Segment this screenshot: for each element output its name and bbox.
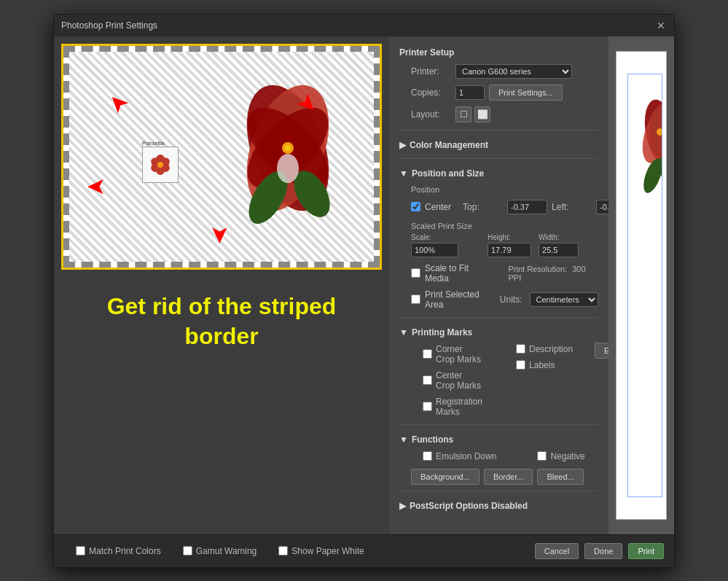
chevron-down-func-icon: ▼ bbox=[399, 434, 408, 445]
width-label: Width: bbox=[539, 233, 579, 241]
scale-label: Scale: bbox=[411, 233, 458, 241]
color-management-label: Color Management bbox=[410, 140, 488, 150]
center-crop-label: Center Crop Marks bbox=[436, 370, 482, 391]
right-panel: Printer Setup Printer: Canon G600 series… bbox=[389, 36, 608, 534]
chevron-down-marks-icon: ▼ bbox=[399, 327, 408, 338]
show-paper-white-label: Show Paper White bbox=[291, 546, 364, 556]
bottom-right-buttons: Cancel Done Print bbox=[535, 543, 664, 559]
cancel-button[interactable]: Cancel bbox=[535, 543, 579, 559]
printer-select[interactable]: Canon G600 series bbox=[455, 64, 572, 79]
show-paper-white-row: Show Paper White bbox=[267, 545, 364, 558]
description-checkbox[interactable] bbox=[516, 344, 525, 354]
description-label: Description bbox=[529, 344, 573, 354]
corner-crop-checkbox[interactable] bbox=[423, 349, 432, 359]
gamut-warning-row: Gamut Warning bbox=[171, 545, 257, 558]
center-crop-row: Center Crop Marks bbox=[411, 369, 482, 392]
print-button[interactable]: Print bbox=[628, 543, 664, 559]
match-print-colors-checkbox[interactable] bbox=[76, 546, 85, 555]
color-management-header[interactable]: ▶ Color Management bbox=[399, 136, 598, 152]
scale-to-fit-label: Scale to Fit Media bbox=[425, 263, 493, 284]
done-button[interactable]: Done bbox=[584, 543, 622, 559]
printer-row: Printer: Canon G600 series bbox=[399, 63, 598, 80]
close-button[interactable]: ✕ bbox=[655, 20, 667, 31]
border-button[interactable]: Border... bbox=[484, 469, 533, 485]
registration-marks-label: Registration Marks bbox=[436, 397, 482, 417]
thumbnail-label: Poinsettia bbox=[142, 141, 165, 146]
photoshop-print-dialog: Photoshop Print Settings ✕ bbox=[53, 14, 675, 568]
copies-row: Copies: Print Settings... bbox=[399, 83, 598, 102]
arrow-left: ➤ bbox=[87, 176, 104, 200]
height-label: Height: bbox=[488, 233, 531, 241]
print-selected-area-checkbox[interactable] bbox=[411, 295, 420, 304]
negative-checkbox[interactable] bbox=[537, 451, 547, 461]
position-label-row: Position bbox=[399, 184, 598, 195]
functions-header[interactable]: ▼ Functions bbox=[399, 431, 598, 447]
bleed-button[interactable]: Bleed... bbox=[537, 469, 583, 485]
position-size-header[interactable]: ▼ Position and Size bbox=[399, 165, 598, 181]
height-input[interactable] bbox=[488, 243, 531, 257]
bottom-bar: Match Print Colors Gamut Warning Show Pa… bbox=[54, 534, 674, 567]
center-label: Center bbox=[425, 202, 451, 212]
print-resolution-label: Print Resolution: 300 PPI bbox=[508, 265, 598, 282]
labels-label: Labels bbox=[529, 360, 555, 370]
image-thumbnail bbox=[142, 147, 179, 183]
left-panel: Poinsettia bbox=[54, 36, 389, 534]
postscript-header[interactable]: ▶ PostScript Options Disabled bbox=[399, 497, 598, 513]
paper-preview-flower bbox=[627, 74, 662, 219]
match-print-colors-row: Match Print Colors bbox=[64, 545, 161, 558]
show-paper-white-checkbox[interactable] bbox=[278, 546, 288, 555]
paper-sheet bbox=[616, 51, 667, 520]
chevron-right-icon: ▶ bbox=[399, 140, 406, 150]
position-sublabel: Position bbox=[411, 185, 439, 194]
corner-crop-label: Corner Crop Marks bbox=[436, 344, 482, 364]
registration-marks-checkbox[interactable] bbox=[423, 402, 432, 411]
layout-icons-group: ☐ ⬜ bbox=[455, 106, 490, 122]
center-checkbox[interactable] bbox=[411, 202, 420, 211]
gamut-warning-checkbox[interactable] bbox=[183, 546, 192, 555]
scale-fit-row: Scale to Fit Media Print Resolution: 300… bbox=[399, 260, 598, 285]
svg-point-13 bbox=[277, 154, 299, 183]
width-input[interactable] bbox=[539, 243, 579, 257]
functions-checkboxes-row: Emulsion Down Negative bbox=[399, 450, 598, 463]
negative-label: Negative bbox=[550, 451, 584, 461]
paper-content bbox=[627, 74, 662, 497]
print-selected-area-row: Print Selected Area Units: Centimeters bbox=[399, 288, 598, 311]
dialog-title: Photoshop Print Settings bbox=[61, 20, 157, 31]
flower-illustration bbox=[210, 66, 367, 230]
emulsion-down-row: Emulsion Down bbox=[411, 450, 496, 463]
position-size-label: Position and Size bbox=[412, 168, 484, 179]
labels-checkbox[interactable] bbox=[516, 360, 525, 370]
left-label: Left: bbox=[552, 202, 592, 212]
edit-button[interactable]: Edit... bbox=[595, 343, 608, 359]
emulsion-down-checkbox[interactable] bbox=[423, 451, 432, 461]
print-settings-button[interactable]: Print Settings... bbox=[489, 85, 563, 101]
printer-label: Printer: bbox=[411, 66, 451, 77]
printing-marks-header[interactable]: ▼ Printing Marks bbox=[399, 324, 598, 340]
layout-portrait-icon[interactable]: ☐ bbox=[455, 106, 471, 122]
units-select[interactable]: Centimeters bbox=[530, 292, 599, 307]
units-label: Units: bbox=[500, 295, 522, 305]
background-button[interactable]: Background... bbox=[411, 469, 480, 485]
title-bar: Photoshop Print Settings ✕ bbox=[54, 15, 674, 36]
left-input[interactable] bbox=[596, 200, 608, 214]
paper-preview-panel bbox=[608, 36, 674, 534]
scaled-print-label: Scaled Print Size bbox=[399, 219, 598, 230]
top-label: Top: bbox=[463, 202, 503, 212]
scale-to-fit-checkbox[interactable] bbox=[411, 268, 420, 278]
layout-landscape-icon[interactable]: ⬜ bbox=[474, 106, 490, 122]
corner-crop-row: Corner Crop Marks bbox=[411, 343, 482, 366]
copies-input[interactable] bbox=[455, 85, 485, 100]
arrow-bottom: ➤ bbox=[208, 227, 232, 243]
overlay-instruction-text: Get rid of the striped border bbox=[61, 277, 382, 367]
top-input[interactable] bbox=[507, 200, 547, 214]
gamut-warning-label: Gamut Warning bbox=[196, 546, 257, 556]
center-crop-checkbox[interactable] bbox=[423, 375, 432, 385]
printer-setup-label: Printer Setup bbox=[399, 47, 454, 58]
layout-row: Layout: ☐ ⬜ bbox=[399, 105, 598, 124]
preview-canvas: Poinsettia bbox=[63, 46, 380, 268]
functions-label: Functions bbox=[412, 434, 453, 445]
size-row: Scale: Height: Width: bbox=[399, 233, 598, 257]
scale-input[interactable] bbox=[411, 243, 458, 257]
printer-setup-header[interactable]: Printer Setup bbox=[399, 44, 598, 60]
printing-marks-label: Printing Marks bbox=[412, 327, 472, 338]
